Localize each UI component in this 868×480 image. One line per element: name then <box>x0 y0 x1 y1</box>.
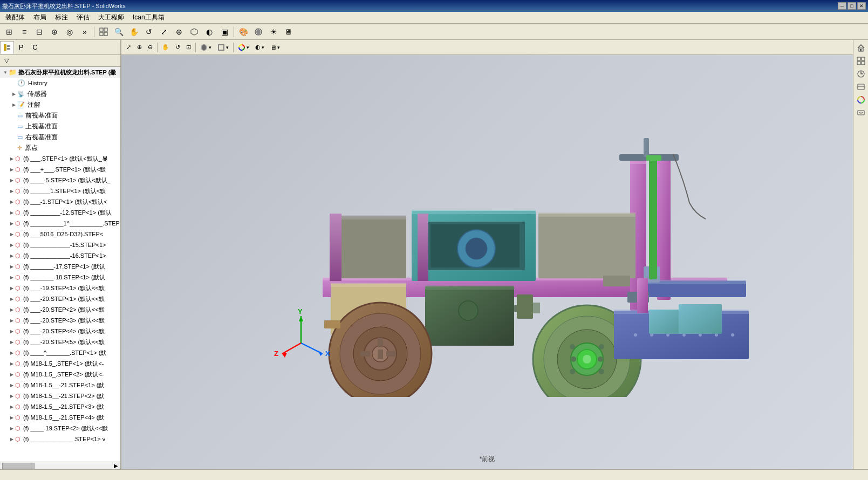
part21-expand[interactable] <box>9 371 15 378</box>
tree-root[interactable]: 📁 撒石灰卧床平推机绞龙出料.STEP (撒 <box>0 67 120 78</box>
part10-expand[interactable] <box>9 252 15 259</box>
rp-btn-appearance[interactable] <box>855 94 867 106</box>
tree-item-origin[interactable]: ✛ 原点 <box>0 142 120 153</box>
tab-properties[interactable]: P <box>14 41 28 54</box>
tb-standard-views[interactable] <box>97 25 111 38</box>
menu-annotation[interactable]: 标注 <box>51 12 72 23</box>
tb-zoom-to-fit[interactable]: ⤢ <box>157 25 171 38</box>
tb-render[interactable]: ☀ <box>266 25 281 38</box>
menu-evaluate[interactable]: 评估 <box>72 12 94 23</box>
rp-btn-views[interactable] <box>855 55 867 67</box>
part18-expand[interactable] <box>9 339 15 345</box>
tree-item-part5[interactable]: ⬡ (f) ___-1.STEP<1> (默认<默认< <box>0 196 120 207</box>
tree-item-part12[interactable]: ⬡ (f) _______-18.STEP<1> (默认 <box>0 272 120 283</box>
tb-zoom-area[interactable]: 🔍 <box>112 25 126 38</box>
tree-item-sensor[interactable]: 📡 传感器 <box>0 88 120 99</box>
vp-btn-zoom-out[interactable]: ⊖ <box>145 42 155 53</box>
tree-item-part6[interactable]: ⬡ (f) _________-12.STEP<1> (默认 <box>0 207 120 218</box>
menu-assembly[interactable]: 装配体 <box>1 12 29 23</box>
tree-item-part11[interactable]: ⬡ (f) _______-17.STEP<1> (默认 <box>0 261 120 272</box>
tree-item-part1[interactable]: ⬡ (f) ___.STEP<1> (默认<默认_显 <box>0 153 120 164</box>
vp-btn-rotate[interactable]: ↺ <box>173 42 183 53</box>
tb-display-mode[interactable] <box>251 25 265 38</box>
close-button[interactable]: ✕ <box>857 2 866 10</box>
tb-color[interactable]: 🎨 <box>236 25 250 38</box>
vp-btn-pan[interactable]: ✋ <box>159 42 172 53</box>
part26-expand[interactable] <box>9 425 15 431</box>
part9-expand[interactable] <box>9 242 15 248</box>
menu-engineer[interactable]: 大工程师 <box>94 12 128 23</box>
toolbar-btn-2[interactable]: ≡ <box>17 25 31 38</box>
tree-item-part2[interactable]: ⬡ (f) ___+___.STEP<1> (默认<默 <box>0 164 120 175</box>
vp-btn-select[interactable]: ⊡ <box>183 42 194 53</box>
vp-btn-zoom-fit[interactable]: ⤢ <box>124 42 134 53</box>
tree-item-part8[interactable]: ⬡ (f) ___5016_D25-D32).STEP< <box>0 229 120 239</box>
vp-btn-render-mode[interactable]: ◐▾ <box>252 42 267 53</box>
part24-expand[interactable] <box>9 403 15 410</box>
toolbar-more[interactable]: » <box>78 25 92 38</box>
part6-expand[interactable] <box>9 209 15 216</box>
toolbar-btn-4[interactable]: ⊕ <box>47 25 61 38</box>
tree-item-part7[interactable]: ⬡ (f) __________1^__________.STEP <box>0 218 120 229</box>
part19-expand[interactable] <box>9 349 15 356</box>
part16-expand[interactable] <box>9 317 15 324</box>
part14-expand[interactable] <box>9 296 15 302</box>
part27-expand[interactable] <box>9 436 15 442</box>
tree-item-part17[interactable]: ⬡ (f) ___-20.STEP<4> (默认<<默 <box>0 326 120 337</box>
minimize-button[interactable]: ─ <box>838 2 846 10</box>
part13-expand[interactable] <box>9 285 15 291</box>
vp-btn-edges[interactable]: ▾ <box>215 42 231 53</box>
part1-expand[interactable] <box>9 155 15 162</box>
part15-expand[interactable] <box>9 306 15 313</box>
tree-item-part22[interactable]: ⬡ (f) M18-1.5__-21.STEP<1> (默 <box>0 380 120 390</box>
part8-expand[interactable] <box>9 231 15 237</box>
toolbar-btn-3[interactable]: ⊟ <box>32 25 46 38</box>
tb-section-view[interactable]: ◐ <box>202 25 216 38</box>
menu-layout[interactable]: 布局 <box>29 12 51 23</box>
menu-ican[interactable]: Ican工具箱 <box>128 12 169 23</box>
tree-item-note[interactable]: 📝 注解 <box>0 99 120 110</box>
part2-expand[interactable] <box>9 166 15 173</box>
rp-btn-display-state[interactable] <box>855 68 867 80</box>
tree-item-part15[interactable]: ⬡ (f) ___-20.STEP<2> (默认<<默 <box>0 304 120 315</box>
vp-btn-zoom-in[interactable]: ⊕ <box>134 42 145 53</box>
tb-zoom-in-out[interactable]: ⊕ <box>172 25 186 38</box>
tree-item-part9[interactable]: ⬡ (f) ____________-15.STEP<1> <box>0 239 120 250</box>
part7-expand[interactable] <box>9 220 15 227</box>
rp-btn-home[interactable] <box>855 42 867 54</box>
viewport-3d[interactable]: X Y Z *前视 <box>121 55 853 469</box>
tree-item-part14[interactable]: ⬡ (f) ___-20.STEP<1> (默认<<默 <box>0 293 120 304</box>
tree-item-part4[interactable]: ⬡ (f) ______1.STEP<1> (默认<默 <box>0 186 120 196</box>
tree-item-top-plane[interactable]: ▭ 上视基准面 <box>0 121 120 132</box>
tree-item-part13[interactable]: ⬡ (f) ___-19.STEP<1> (默认<<默 <box>0 283 120 293</box>
root-expand[interactable] <box>2 69 9 76</box>
tree-item-history[interactable]: 🕐 History <box>0 78 120 88</box>
tree-item-right-plane[interactable]: ▭ 右视基准面 <box>0 132 120 142</box>
vp-btn-shaded[interactable]: ▾ <box>197 42 214 53</box>
tree-item-part19[interactable]: ⬡ (f) ____^_______.STEP<1> (默 <box>0 347 120 358</box>
part25-expand[interactable] <box>9 414 15 421</box>
vp-btn-color[interactable]: ▾ <box>235 42 252 53</box>
part17-expand[interactable] <box>9 328 15 334</box>
tree-item-front-plane[interactable]: ▭ 前视基准面 <box>0 110 120 121</box>
tree-item-part23[interactable]: ⬡ (f) M18-1.5__-21.STEP<2> (默 <box>0 390 120 401</box>
part20-expand[interactable] <box>9 360 15 367</box>
hscroll-right[interactable]: ▶ <box>114 463 118 469</box>
sensor-expand[interactable] <box>11 91 17 97</box>
hscroll-thumb[interactable] <box>2 463 35 469</box>
toolbar-btn-5[interactable]: ◎ <box>63 25 77 38</box>
vp-btn-display[interactable]: 🖥▾ <box>268 42 283 53</box>
part11-expand[interactable] <box>9 263 15 270</box>
feature-tree[interactable]: 📁 撒石灰卧床平推机绞龙出料.STEP (撒 🕐 History 📡 传感器 📝… <box>0 67 120 462</box>
toolbar-btn-1[interactable]: ⊞ <box>2 25 16 38</box>
tb-rotate[interactable]: ↺ <box>142 25 156 38</box>
tree-item-part3[interactable]: ⬡ (f) ____-5.STEP<1> (默认<默认_ <box>0 175 120 186</box>
tb-3d-view[interactable] <box>187 25 201 38</box>
part12-expand[interactable] <box>9 274 15 280</box>
part5-expand[interactable] <box>9 198 15 205</box>
part4-expand[interactable] <box>9 188 15 194</box>
tree-item-part27[interactable]: ⬡ (f) _____________.STEP<1> v <box>0 434 120 444</box>
tree-hscroll[interactable]: ▶ <box>0 462 120 469</box>
tree-item-part26[interactable]: ⬡ (f) ____-19.STEP<2> (默认<<默 <box>0 423 120 434</box>
tree-item-part18[interactable]: ⬡ (f) ___-20.STEP<5> (默认<<默 <box>0 337 120 347</box>
